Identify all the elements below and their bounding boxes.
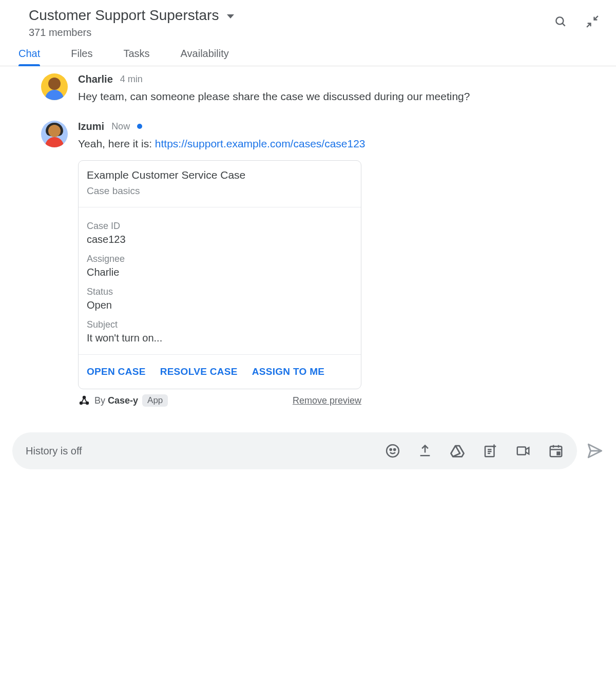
message-author: Izumi	[78, 121, 104, 132]
calendar-icon[interactable]	[548, 443, 564, 459]
resolve-case-button[interactable]: RESOLVE CASE	[160, 366, 238, 377]
card-field-label: Status	[87, 287, 353, 297]
space-title[interactable]: Customer Support Superstars	[29, 7, 219, 24]
create-doc-icon[interactable]	[483, 443, 498, 459]
preview-by-text: By Case-y	[94, 395, 138, 406]
svg-rect-19	[557, 452, 560, 455]
tab-tasks[interactable]: Tasks	[123, 48, 149, 66]
message-author: Charlie	[78, 73, 113, 85]
message-text-prefix: Yeah, here it is:	[78, 138, 155, 149]
tabs: Chat Files Tasks Availability	[0, 39, 616, 66]
message-link[interactable]: https://support.example.com/cases/case12…	[155, 138, 365, 149]
webhook-icon	[78, 394, 90, 407]
card-subtitle: Case basics	[87, 185, 353, 197]
card-field-value: Charlie	[87, 266, 353, 278]
message: Charlie 4 min Hey team, can someone plea…	[41, 73, 595, 105]
video-meeting-icon[interactable]	[515, 443, 531, 459]
svg-point-7	[394, 449, 395, 450]
card-field-value: case123	[87, 234, 353, 245]
card-field-value: Open	[87, 299, 353, 311]
message-text: Yeah, here it is: https://support.exampl…	[78, 136, 595, 153]
tab-files[interactable]: Files	[71, 48, 92, 66]
tab-availability[interactable]: Availability	[181, 48, 229, 66]
tab-chat[interactable]: Chat	[18, 48, 40, 66]
composer-placeholder: History is off	[26, 445, 385, 457]
chevron-down-icon[interactable]	[227, 14, 234, 18]
send-button[interactable]	[586, 442, 604, 460]
emoji-icon[interactable]	[385, 443, 400, 459]
message-time: 4 min	[120, 74, 143, 85]
upload-icon[interactable]	[418, 444, 432, 458]
avatar[interactable]	[41, 121, 68, 147]
member-count: 371 members	[29, 27, 595, 39]
search-icon[interactable]	[553, 14, 568, 29]
presence-indicator-icon	[137, 124, 142, 129]
avatar[interactable]	[41, 73, 68, 100]
svg-point-6	[390, 449, 392, 450]
svg-point-5	[387, 445, 399, 457]
app-badge: App	[142, 394, 168, 407]
svg-point-0	[556, 17, 563, 24]
svg-rect-14	[517, 447, 526, 455]
message-time: Now	[111, 121, 130, 132]
card-field-value: It won't turn on...	[87, 332, 353, 344]
message: Izumi Now Yeah, here it is: https://supp…	[41, 121, 595, 407]
card-field-label: Subject	[87, 319, 353, 330]
card-field-label: Assignee	[87, 254, 353, 264]
drive-icon[interactable]	[450, 443, 465, 459]
collapse-icon[interactable]	[585, 14, 600, 29]
remove-preview-button[interactable]: Remove preview	[293, 395, 361, 406]
assign-to-me-button[interactable]: ASSIGN TO ME	[252, 366, 325, 377]
link-preview-card: Example Customer Service Case Case basic…	[78, 160, 361, 389]
card-title: Example Customer Service Case	[87, 169, 353, 181]
message-composer[interactable]: History is off	[12, 432, 577, 469]
svg-line-1	[562, 23, 565, 26]
card-field-label: Case ID	[87, 221, 353, 232]
message-text: Hey team, can someone please share the c…	[78, 88, 595, 105]
open-case-button[interactable]: OPEN CASE	[87, 366, 146, 377]
